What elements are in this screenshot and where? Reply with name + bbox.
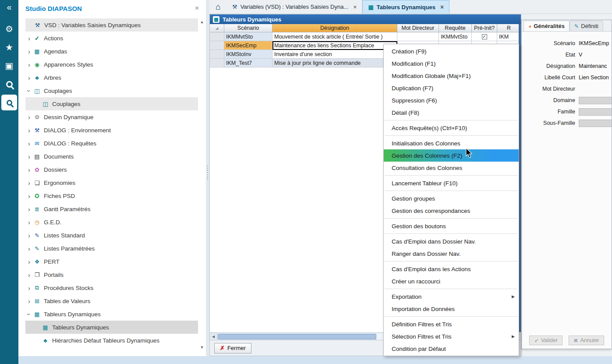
sidebar-item-ged[interactable]: ◷ G.E.D.	[25, 216, 198, 229]
column-header-mot-directeur[interactable]: Mot Directeur	[397, 24, 439, 32]
sidebar-item-portails[interactable]: ❐ Portails	[25, 268, 198, 281]
row-selector[interactable]	[210, 32, 224, 41]
cell-scenario[interactable]: IKMMvtSto	[224, 32, 272, 41]
chevron-right-icon[interactable]	[25, 258, 33, 265]
column-header-r[interactable]: R	[497, 24, 521, 32]
chevron-right-icon[interactable]	[25, 74, 33, 81]
annuler-button[interactable]: ✖ Annuler	[569, 336, 604, 345]
sidebar-item-apparences-styles[interactable]: ◉ Apparences Styles	[25, 58, 198, 71]
cell-designation[interactable]: Mise à jour prix ligne de commande	[272, 59, 397, 67]
cell-scenario[interactable]: IKMSecEmp	[224, 41, 272, 50]
close-icon[interactable]: ×	[195, 4, 199, 12]
menu-item-gestion-correspondances[interactable]: Gestion des correspondances	[384, 205, 519, 217]
sidebar-item-dossiers[interactable]: ✿ Dossiers	[25, 163, 198, 176]
domaine-input[interactable]	[579, 97, 612, 104]
cell-r[interactable]: IKM	[497, 32, 521, 41]
sidebar-item-listes-parametrees[interactable]: ✎ Listes Paramétrées	[25, 242, 198, 255]
favorites-button[interactable]: ★	[1, 39, 17, 55]
sidebar-item-tables-de-valeurs[interactable]: ⊞ Tables de Valeurs	[25, 294, 198, 307]
chevron-right-icon[interactable]	[25, 35, 33, 42]
settings-button[interactable]: ⚙	[1, 21, 17, 37]
sidebar-item-dialog-requetes[interactable]: ✉ DIALOG : Requêtes	[25, 137, 198, 150]
sidebar-item-ergonomies[interactable]: ❏ Ergonomies	[25, 176, 198, 189]
menu-item-modification[interactable]: Modification (F1)	[384, 57, 519, 70]
sidebar-item-couplages[interactable]: ◫ Couplages	[25, 97, 198, 110]
cell-requete[interactable]: IKMMvtSto	[439, 32, 472, 41]
chevron-right-icon[interactable]	[25, 284, 33, 292]
table-row[interactable]: IKMMvtSto Mouvement de stock article ( E…	[210, 32, 521, 41]
menu-item-lancement-tableur[interactable]: Lancement Tableur (F10)	[384, 177, 519, 189]
valider-button[interactable]: ✔ Valider	[529, 336, 562, 345]
sidebar-item-documents[interactable]: ▤ Documents	[25, 150, 198, 163]
menu-item-initialisation-colonnes[interactable]: Initialisation des Colonnes	[384, 137, 519, 149]
cell-scenario[interactable]: IKM_Test7	[224, 59, 272, 67]
sidebar-item-dessin-dynamique[interactable]: ⚙ Dessin Dynamique	[25, 110, 198, 124]
cell-designation[interactable]: Mouvement de stock article ( Entrée/ Sor…	[272, 32, 397, 41]
sidebar-item-hierarchies-defaut[interactable]: ♣ Hiérarchies Défaut Tableurs Dynamiques	[25, 334, 198, 347]
famille-input[interactable]	[579, 108, 612, 116]
menu-item-detail[interactable]: Détail (F8)	[384, 106, 519, 119]
menu-item-exportation[interactable]: Exportation▶	[384, 290, 519, 303]
menu-item-duplication[interactable]: Duplication (F7)	[384, 82, 519, 94]
menu-item-gestion-colonnes[interactable]: Gestion des Colonnes (F2)	[384, 149, 519, 162]
menu-item-suppression[interactable]: Suppression (F6)	[384, 94, 519, 106]
panel-splitter[interactable]	[206, 0, 209, 356]
chevron-right-icon[interactable]	[25, 61, 33, 68]
chevron-right-icon[interactable]	[25, 205, 33, 213]
menu-item-condition-par-defaut[interactable]: Condition par Défaut	[384, 343, 519, 355]
menu-item-modification-globale[interactable]: Modification Globale (Maj+F1)	[384, 70, 519, 82]
close-icon[interactable]: ×	[353, 4, 357, 11]
sidebar-item-procedures-stocks[interactable]: ⧉ Procédures Stocks	[25, 281, 198, 294]
home-button[interactable]: ⌂	[209, 0, 227, 14]
search-button[interactable]	[1, 76, 17, 92]
collapse-sidebar-button[interactable]: «	[1, 1, 17, 13]
scroll-up-icon[interactable]: ▲	[199, 19, 205, 25]
menu-item-gestion-groupes[interactable]: Gestion groupes	[384, 192, 519, 205]
tab-variables-vsd[interactable]: ⚒ Variables (VSD) : Variables Saisies Dy…	[227, 0, 362, 14]
checkbox-checked-icon[interactable]: ✓	[482, 34, 487, 39]
chevron-right-icon[interactable]	[25, 166, 33, 173]
sous-famille-input[interactable]	[579, 120, 612, 127]
row-selector-header[interactable]: ◢	[210, 24, 224, 32]
menu-item-creer-raccourci[interactable]: Créer un raccourci	[384, 275, 519, 287]
chevron-right-icon[interactable]	[25, 219, 33, 226]
chevron-down-icon[interactable]	[25, 311, 33, 318]
sidebar-item-arbres[interactable]: ♣ Arbres	[25, 71, 198, 84]
column-header-requete[interactable]: Requête	[439, 24, 472, 32]
tab-tableurs-dynamiques[interactable]: ▦ Tableurs Dynamiques ×	[362, 0, 449, 14]
column-header-scenario[interactable]: Scénario	[224, 24, 272, 32]
menu-item-cas-emploi-actions[interactable]: Cas d'Emploi dans les Actions	[384, 263, 519, 275]
chevron-right-icon[interactable]	[25, 179, 33, 187]
chevron-right-icon[interactable]	[25, 113, 33, 121]
chevron-right-icon[interactable]	[25, 245, 33, 252]
chevron-right-icon[interactable]	[25, 153, 33, 160]
chevron-right-icon[interactable]	[25, 192, 33, 200]
scroll-down-icon[interactable]: ▼	[199, 345, 205, 350]
cell-designation[interactable]: Inventaire d'une section	[272, 50, 397, 59]
sidebar-item-tableurs-dynamiques[interactable]: ▦ Tableurs Dynamiques	[25, 321, 198, 334]
screens-button[interactable]: ▣	[1, 58, 17, 74]
menu-item-creation[interactable]: Création (F9)	[384, 45, 519, 57]
row-selector[interactable]	[210, 50, 224, 59]
chevron-down-icon[interactable]	[25, 87, 33, 95]
column-header-pre-init[interactable]: Pré-Init?	[472, 24, 497, 32]
column-header-designation[interactable]: Désignation	[272, 24, 397, 32]
chevron-right-icon[interactable]	[25, 140, 33, 147]
menu-item-cas-emploi-dossier-nav[interactable]: Cas d'Emploi dans Dossier Nav.	[384, 235, 519, 247]
row-selector[interactable]	[210, 59, 224, 67]
menu-item-importation-donnees[interactable]: Importation de Données	[384, 303, 519, 315]
sidebar-scrollbar[interactable]: ▲ ▼	[199, 19, 205, 350]
chevron-right-icon[interactable]	[25, 232, 33, 239]
chevron-right-icon[interactable]	[25, 297, 33, 305]
menu-item-acces-requetes[interactable]: Accès Requête(s) (Ctrl+F10)	[384, 122, 519, 134]
sidebar-item-vsd[interactable]: ⚒ VSD : Variables Saisies Dynamiques	[25, 18, 198, 32]
tab-generalites[interactable]: ◕ Généralités	[524, 21, 570, 31]
cell-mot-directeur[interactable]	[397, 32, 439, 41]
sidebar-item-couplages-group[interactable]: ◫ Couplages	[25, 84, 198, 97]
sidebar-item-dialog-environnement[interactable]: ⚒ DIALOG : Environnement	[25, 124, 198, 137]
menu-item-gestion-boutons[interactable]: Gestion des boutons	[384, 220, 519, 232]
chevron-right-icon[interactable]	[25, 127, 33, 134]
scrollbar-thumb[interactable]	[218, 334, 376, 339]
sidebar-item-actions[interactable]: ✓ Actions	[25, 32, 198, 45]
sidebar-item-tableurs-dynamiques-group[interactable]: ▦ Tableurs Dynamiques	[25, 307, 198, 321]
